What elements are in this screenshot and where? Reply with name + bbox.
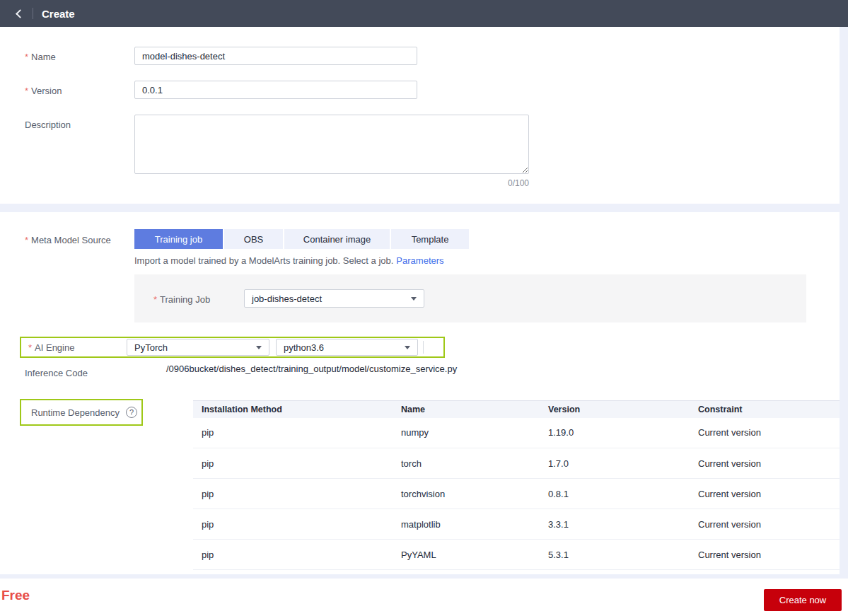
cell-version: 1.19.0 bbox=[540, 418, 690, 448]
ai-row-divider bbox=[423, 341, 424, 354]
cell-constraint: Current version bbox=[690, 418, 840, 448]
cell-constraint: Current version bbox=[690, 509, 840, 540]
runtime-dependency-label-highlighted: Runtime Dependency ? bbox=[20, 399, 143, 426]
required-asterisk: * bbox=[25, 52, 28, 62]
table-header-row: Installation Method Name Version Constra… bbox=[193, 401, 840, 418]
ai-engine-label: *AI Engine bbox=[21, 342, 127, 353]
description-textarea[interactable] bbox=[134, 115, 529, 174]
cell-package-name: PyYAML bbox=[393, 540, 540, 570]
ai-engine-row-highlighted: *AI Engine PyTorch python3.6 bbox=[20, 337, 445, 358]
inference-code-label: Inference Code bbox=[25, 368, 88, 378]
cell-install-method: pip bbox=[193, 418, 393, 448]
runtime-dependency-table: Installation Method Name Version Constra… bbox=[193, 400, 840, 570]
col-installation-method: Installation Method bbox=[193, 401, 393, 418]
tab-obs[interactable]: OBS bbox=[224, 229, 283, 249]
table-row: pip numpy 1.19.0 Current version bbox=[193, 418, 840, 448]
table-row: pip PyYAML 5.3.1 Current version bbox=[193, 540, 840, 570]
ai-engine-select-value: PyTorch bbox=[134, 342, 168, 353]
cell-package-name: torch bbox=[393, 448, 540, 479]
cell-version: 1.7.0 bbox=[540, 448, 690, 479]
basic-info-card: *Name *Version Description 0/100 bbox=[0, 27, 840, 204]
training-job-select-value: job-dishes-detect bbox=[252, 294, 322, 304]
top-bar: Create bbox=[0, 0, 848, 27]
cell-install-method: pip bbox=[193, 479, 393, 509]
required-asterisk: * bbox=[25, 86, 28, 96]
python-version-select-value: python3.6 bbox=[284, 342, 324, 353]
training-job-label: *Training Job bbox=[153, 294, 210, 305]
cell-version: 3.3.1 bbox=[540, 509, 690, 540]
tab-template[interactable]: Template bbox=[391, 229, 469, 249]
cell-install-method: pip bbox=[193, 448, 393, 479]
training-job-select[interactable]: job-dishes-detect bbox=[244, 289, 424, 308]
cell-constraint: Current version bbox=[690, 448, 840, 479]
table-row: pip torch 1.7.0 Current version bbox=[193, 448, 840, 479]
meta-helper-text: Import a model trained by a ModelArts tr… bbox=[134, 255, 444, 266]
name-input[interactable] bbox=[134, 47, 417, 65]
ai-engine-select[interactable]: PyTorch bbox=[127, 339, 269, 356]
cell-version: 0.8.1 bbox=[540, 479, 690, 509]
training-job-panel: *Training Job job-dishes-detect bbox=[134, 274, 806, 322]
cell-constraint: Current version bbox=[690, 479, 840, 509]
required-asterisk: * bbox=[25, 235, 28, 245]
tab-container-image[interactable]: Container image bbox=[284, 229, 390, 249]
col-version: Version bbox=[540, 401, 690, 418]
cell-version: 5.3.1 bbox=[540, 540, 690, 570]
inference-code-path: /0906bucket/dishes_detect/training_outpu… bbox=[166, 364, 457, 374]
cell-package-name: matplotlib bbox=[393, 509, 540, 540]
table-row: pip matplotlib 3.3.1 Current version bbox=[193, 509, 840, 540]
description-label: Description bbox=[25, 120, 71, 130]
table-row: pip torchvision 0.8.1 Current version bbox=[193, 479, 840, 509]
help-icon[interactable]: ? bbox=[126, 407, 137, 418]
caret-down-icon bbox=[405, 346, 410, 349]
title-divider bbox=[33, 8, 33, 19]
version-input[interactable] bbox=[134, 81, 417, 99]
page-title: Create bbox=[42, 8, 75, 20]
back-button[interactable] bbox=[11, 6, 27, 21]
col-name: Name bbox=[393, 401, 540, 418]
required-asterisk: * bbox=[153, 294, 157, 305]
description-char-counter: 0/100 bbox=[134, 178, 529, 188]
page-body: *Name *Version Description 0/100 *Meta M… bbox=[0, 27, 848, 579]
cell-package-name: torchvision bbox=[393, 479, 540, 509]
required-asterisk: * bbox=[28, 342, 32, 353]
cell-package-name: numpy bbox=[393, 418, 540, 448]
free-badge: Free bbox=[1, 588, 30, 603]
col-constraint: Constraint bbox=[690, 401, 840, 418]
meta-model-source-label: *Meta Model Source bbox=[25, 235, 111, 245]
meta-model-card: *Meta Model Source Training job OBS Cont… bbox=[0, 212, 840, 574]
cell-install-method: pip bbox=[193, 540, 393, 570]
chevron-left-icon bbox=[16, 9, 25, 18]
cell-constraint: Current version bbox=[690, 540, 840, 570]
runtime-dependency-label: Runtime Dependency bbox=[31, 407, 120, 418]
tab-training-job[interactable]: Training job bbox=[134, 229, 223, 249]
meta-source-tabs: Training job OBS Container image Templat… bbox=[134, 229, 469, 249]
create-now-button[interactable]: Create now bbox=[764, 589, 842, 611]
python-version-select[interactable]: python3.6 bbox=[276, 339, 418, 356]
footer-bar: Free Create now bbox=[0, 579, 848, 616]
version-label: *Version bbox=[25, 86, 62, 96]
caret-down-icon bbox=[411, 297, 417, 301]
caret-down-icon bbox=[256, 346, 262, 349]
cell-install-method: pip bbox=[193, 509, 393, 540]
name-label: *Name bbox=[25, 52, 56, 62]
parameters-link[interactable]: Parameters bbox=[396, 255, 443, 266]
